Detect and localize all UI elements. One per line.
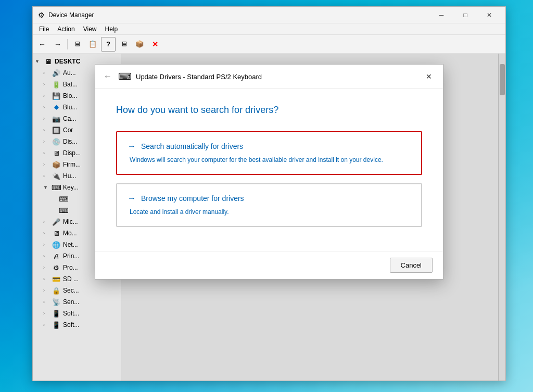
device-manager-window: ⚙ Device Manager ─ □ ✕ File Action View …: [32, 6, 506, 381]
menu-help[interactable]: Help: [101, 24, 122, 34]
main-area: ▼ 🖥 DESKTC › 🔊 Au... › 🔋 Bat... › 💾 Bio.…: [33, 54, 505, 381]
dialog-close-button[interactable]: ✕: [421, 69, 437, 84]
toolbar: ← → 🖥 📋 ? 🖥 📦 ✕: [33, 35, 505, 54]
dialog-question: How do you want to search for drivers?: [116, 105, 422, 116]
menu-action[interactable]: Action: [53, 24, 79, 34]
window-controls: ─ □ ✕: [429, 7, 501, 23]
browse-manual-option[interactable]: → Browse my computer for drivers Locate …: [116, 183, 422, 227]
dialog-keyboard-icon: ⌨: [118, 71, 132, 82]
title-bar: ⚙ Device Manager ─ □ ✕: [33, 7, 505, 23]
update-drivers-dialog: ← ⌨ Update Drivers - Standard PS/2 Keybo…: [95, 64, 443, 280]
forward-button[interactable]: →: [50, 37, 65, 52]
cancel-button[interactable]: Cancel: [390, 258, 433, 273]
window-icon: ⚙: [37, 11, 45, 19]
minimize-button[interactable]: ─: [429, 7, 453, 23]
properties-button[interactable]: 📋: [85, 37, 100, 52]
option-auto-desc: Windows will search your computer for th…: [128, 155, 411, 165]
scan-button[interactable]: 🖥: [117, 37, 131, 52]
dialog-overlay: ← ⌨ Update Drivers - Standard PS/2 Keybo…: [33, 54, 505, 381]
back-button[interactable]: ←: [35, 37, 49, 52]
menu-view[interactable]: View: [79, 24, 101, 34]
update-driver-button[interactable]: 📦: [132, 37, 147, 52]
help-topics-button[interactable]: ?: [101, 37, 116, 52]
dialog-content: How do you want to search for drivers? →…: [95, 89, 443, 251]
option-manual-arrow: →: [128, 194, 136, 203]
search-auto-option[interactable]: → Search automatically for drivers Windo…: [116, 131, 422, 175]
computer-button[interactable]: 🖥: [70, 37, 84, 52]
dialog-title-bar: ← ⌨ Update Drivers - Standard PS/2 Keybo…: [95, 65, 443, 89]
option-manual-desc: Locate and install a driver manually.: [128, 207, 411, 217]
dialog-title-left: ← ⌨ Update Drivers - Standard PS/2 Keybo…: [101, 70, 262, 83]
option-manual-title-row: → Browse my computer for drivers: [128, 194, 411, 203]
remove-button[interactable]: ✕: [148, 37, 162, 52]
option-auto-title-row: → Search automatically for drivers: [128, 142, 411, 151]
toolbar-separator-1: [67, 39, 68, 49]
menu-bar: File Action View Help: [33, 23, 505, 35]
option-auto-title: Search automatically for drivers: [141, 142, 243, 150]
dialog-title-text: Update Drivers - Standard PS/2 Keyboard: [136, 73, 262, 81]
menu-file[interactable]: File: [35, 24, 53, 34]
maximize-button[interactable]: □: [453, 7, 477, 23]
window-title: Device Manager: [48, 11, 429, 19]
dialog-footer: Cancel: [95, 251, 443, 279]
option-auto-arrow: →: [128, 142, 136, 151]
dialog-back-button[interactable]: ←: [101, 70, 114, 83]
close-button[interactable]: ✕: [477, 7, 501, 23]
option-manual-title: Browse my computer for drivers: [141, 194, 244, 203]
